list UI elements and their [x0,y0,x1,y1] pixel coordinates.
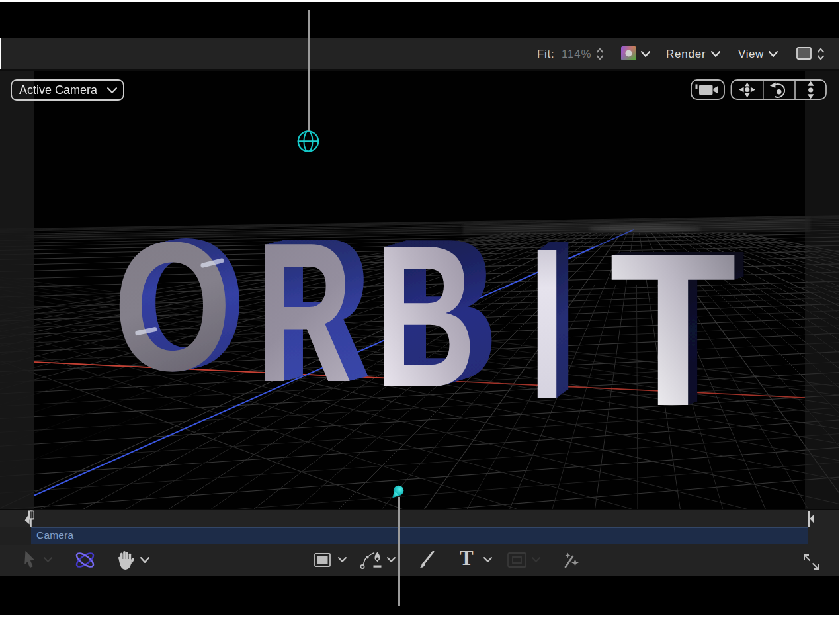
svg-text:R: R [257,202,353,423]
svg-text:I: I [529,203,566,444]
svg-text:T: T [609,208,737,451]
svg-text:O: O [113,203,231,408]
svg-text:B: B [374,203,476,429]
